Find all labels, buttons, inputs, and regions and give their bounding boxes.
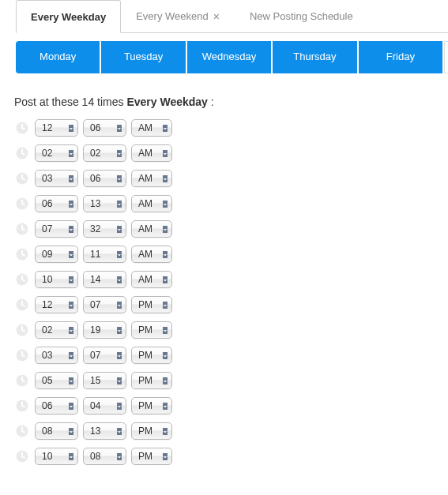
clock-icon — [14, 423, 30, 439]
tab-every-weekend[interactable]: Every Weekend× — [121, 0, 235, 32]
tab-new-posting-schedule[interactable]: New Posting Schedule — [235, 0, 368, 32]
ampm-select[interactable]: PM — [131, 422, 172, 440]
hour-select[interactable]: 03 — [35, 347, 78, 364]
ampm-select[interactable]: AM — [131, 119, 172, 137]
clock-icon — [14, 398, 30, 414]
day-button-wednesday[interactable]: Wednesday — [187, 41, 271, 73]
clock-icon — [14, 322, 30, 338]
heading-schedule-name: Every Weekday — [126, 96, 207, 108]
heading-prefix: Post at these — [14, 96, 82, 108]
heading-count: 14 — [82, 96, 95, 108]
clock-icon — [14, 272, 30, 287]
time-row: 0604PM — [14, 397, 448, 414]
hour-select[interactable]: 06 — [35, 397, 78, 414]
time-row: 1008PM — [14, 448, 448, 465]
minute-select[interactable]: 11 — [83, 246, 126, 263]
hour-select[interactable]: 12 — [35, 119, 78, 137]
hour-select[interactable]: 02 — [35, 321, 78, 339]
time-row: 0813PM — [14, 422, 448, 440]
time-row: 1207PM — [14, 296, 448, 313]
minute-select[interactable]: 15 — [83, 372, 126, 389]
clock-icon — [14, 297, 30, 313]
tab-every-weekday[interactable]: Every Weekday — [16, 0, 121, 33]
ampm-select[interactable]: AM — [131, 246, 172, 263]
heading-mid: times — [94, 96, 126, 108]
clock-icon — [14, 171, 30, 186]
time-rows: 1206AM0202AM0306AM0613AM0732AM0911AM1014… — [0, 119, 448, 465]
hour-select[interactable]: 03 — [35, 170, 78, 187]
time-row: 0307PM — [14, 347, 448, 364]
tab-label: New Posting Schedule — [250, 10, 353, 22]
minute-select[interactable]: 04 — [83, 397, 126, 414]
posting-schedule-panel: Every WeekdayEvery Weekend×New Posting S… — [0, 0, 448, 465]
heading-suffix: : — [208, 96, 214, 108]
clock-icon — [14, 120, 30, 136]
clock-icon — [14, 448, 30, 464]
hour-select[interactable]: 02 — [35, 144, 78, 162]
time-row: 0515PM — [14, 372, 448, 389]
hour-select[interactable]: 07 — [35, 220, 78, 238]
ampm-select[interactable]: PM — [131, 448, 172, 465]
time-row: 0202AM — [14, 144, 448, 162]
minute-select[interactable]: 13 — [83, 422, 126, 440]
days-more-button[interactable] — [444, 41, 448, 73]
minute-select[interactable]: 14 — [83, 271, 126, 288]
time-row: 0613AM — [14, 195, 448, 212]
close-icon[interactable]: × — [213, 11, 220, 22]
ampm-select[interactable]: PM — [131, 347, 172, 364]
schedule-heading: Post at these 14 times Every Weekday : — [14, 96, 448, 108]
day-button-monday[interactable]: Monday — [16, 41, 100, 73]
time-row: 0732AM — [14, 220, 448, 238]
hour-select[interactable]: 08 — [35, 422, 78, 440]
day-button-thursday[interactable]: Thursday — [273, 41, 356, 73]
minute-select[interactable]: 07 — [83, 347, 126, 364]
time-row: 0219PM — [14, 321, 448, 339]
minute-select[interactable]: 32 — [83, 220, 126, 238]
schedule-tabs: Every WeekdayEvery Weekend×New Posting S… — [16, 0, 448, 33]
ampm-select[interactable]: PM — [131, 372, 172, 389]
ampm-select[interactable]: AM — [131, 220, 172, 238]
time-row: 0911AM — [14, 246, 448, 263]
ampm-select[interactable]: AM — [131, 144, 172, 162]
day-selector: MondayTuesdayWednesdayThursdayFriday — [16, 41, 448, 73]
tab-label: Every Weekend — [136, 10, 209, 22]
ampm-select[interactable]: PM — [131, 296, 172, 313]
hour-select[interactable]: 10 — [35, 448, 78, 465]
ampm-select[interactable]: PM — [131, 397, 172, 414]
day-button-tuesday[interactable]: Tuesday — [101, 41, 185, 73]
minute-select[interactable]: 06 — [83, 170, 126, 187]
clock-icon — [14, 347, 30, 363]
time-row: 0306AM — [14, 170, 448, 187]
day-button-friday[interactable]: Friday — [359, 41, 442, 73]
hour-select[interactable]: 12 — [35, 296, 78, 313]
time-row: 1014AM — [14, 271, 448, 288]
minute-select[interactable]: 07 — [83, 296, 126, 313]
minute-select[interactable]: 08 — [83, 448, 126, 465]
hour-select[interactable]: 09 — [35, 246, 78, 263]
clock-icon — [14, 373, 30, 388]
minute-select[interactable]: 06 — [83, 119, 126, 137]
hour-select[interactable]: 06 — [35, 195, 78, 212]
clock-icon — [14, 221, 30, 237]
ampm-select[interactable]: AM — [131, 195, 172, 212]
hour-select[interactable]: 05 — [35, 372, 78, 389]
tab-label: Every Weekday — [31, 11, 106, 23]
minute-select[interactable]: 19 — [83, 321, 126, 339]
minute-select[interactable]: 13 — [83, 195, 126, 212]
ampm-select[interactable]: AM — [131, 170, 172, 187]
clock-icon — [14, 145, 30, 161]
time-row: 1206AM — [14, 119, 448, 137]
ampm-select[interactable]: PM — [131, 321, 172, 339]
hour-select[interactable]: 10 — [35, 271, 78, 288]
clock-icon — [14, 196, 30, 212]
minute-select[interactable]: 02 — [83, 144, 126, 162]
ampm-select[interactable]: AM — [131, 271, 172, 288]
clock-icon — [14, 246, 30, 262]
